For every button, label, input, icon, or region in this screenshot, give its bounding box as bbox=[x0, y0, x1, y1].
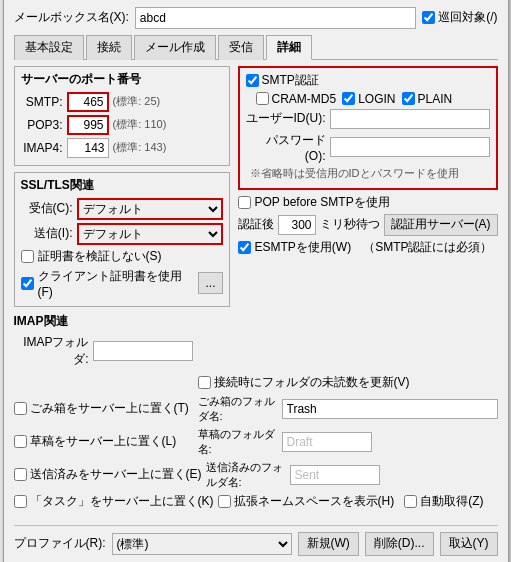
login-label[interactable]: LOGIN bbox=[342, 92, 395, 106]
imap-namespace-checkbox[interactable] bbox=[218, 495, 231, 508]
esmtp-row: ESMTPを使用(W) （SMTP認証には必須） bbox=[238, 239, 498, 256]
imap-autoget-label[interactable]: 自動取得(Z) bbox=[404, 493, 483, 510]
password-input[interactable] bbox=[330, 137, 490, 157]
imap-draft-label[interactable]: 草稿をサーバー上に置く(L) bbox=[14, 433, 194, 450]
esmtp-label: ESMTPを使用(W) （SMTP認証には必須） bbox=[255, 239, 493, 256]
profile-delete-button[interactable]: 削除(D)... bbox=[365, 532, 434, 556]
profile-row: プロファイル(R): (標準) 新規(W) 削除(D)... 取込(Y) bbox=[14, 532, 498, 556]
circuit-checkbox-label[interactable]: 巡回対象(/) bbox=[422, 9, 497, 26]
imap4-label: IMAP4: bbox=[21, 141, 63, 155]
client-cert-label: クライアント証明書を使用(F) bbox=[38, 268, 195, 299]
smtp-auth-note: ※省略時は受信用のIDとパスワードを使用 bbox=[250, 166, 490, 181]
profile-new-button[interactable]: 新規(W) bbox=[298, 532, 359, 556]
imap-namespace-label[interactable]: 拡張ネームスペースを表示(H) bbox=[218, 493, 395, 510]
profile-import-button[interactable]: 取込(Y) bbox=[440, 532, 498, 556]
ssl-send-label: 送信(I): bbox=[21, 225, 73, 242]
client-cert-checkbox[interactable] bbox=[21, 277, 34, 290]
imap-sent-label[interactable]: 送信済みをサーバー上に置く(E) bbox=[14, 466, 202, 483]
pop-before-checkbox[interactable] bbox=[238, 196, 251, 209]
ssl-receive-select[interactable]: デフォルト bbox=[77, 198, 223, 220]
smtp-auth-checkbox-label[interactable]: SMTP認証 bbox=[246, 72, 319, 89]
right-panel: SMTP認証 CRAM-MD5 LOGIN bbox=[238, 66, 498, 372]
pop-before-row: POP before SMTPを使用 bbox=[238, 194, 498, 211]
server-ports-section: サーバーのポート番号 SMTP: (標準: 25) POP3: (標準: 110… bbox=[14, 66, 230, 166]
imap-folder-input[interactable] bbox=[93, 341, 193, 361]
imap-sent-folder-input[interactable] bbox=[290, 465, 380, 485]
ssl-tls-title: SSL/TLS関連 bbox=[21, 177, 223, 194]
profile-label: プロファイル(R): bbox=[14, 535, 106, 552]
imap-draft-folder-input[interactable] bbox=[282, 432, 372, 452]
tabs: 基本設定 接続 メール作成 受信 詳細 bbox=[14, 35, 498, 60]
imap-sent-checkbox[interactable] bbox=[14, 468, 27, 481]
plain-checkbox[interactable] bbox=[402, 92, 415, 105]
auth-server-button[interactable]: 認証用サーバー(A) bbox=[384, 214, 498, 236]
smtp-port-input[interactable] bbox=[67, 92, 109, 112]
auth-delay-row: 認証後 ミリ秒待つ 認証用サーバー(A) bbox=[238, 214, 498, 236]
tab-connect[interactable]: 接続 bbox=[86, 35, 132, 60]
imap-trash-row: ごみ箱をサーバー上に置く(T) ごみ箱のフォルダ名: bbox=[14, 394, 498, 424]
imap-folder-label: IMAPフォルダ: bbox=[14, 334, 89, 368]
imap-update-checkbox[interactable] bbox=[198, 376, 211, 389]
ssl-send-select[interactable]: デフォルト bbox=[77, 223, 223, 245]
tab-detail[interactable]: 詳細 bbox=[266, 35, 312, 60]
ssl-send-row: 送信(I): デフォルト bbox=[21, 223, 223, 245]
pop3-label: POP3: bbox=[21, 118, 63, 132]
smtp-default: (標準: 25) bbox=[113, 94, 161, 109]
plain-label[interactable]: PLAIN bbox=[402, 92, 453, 106]
smtp-auth-section: SMTP認証 CRAM-MD5 LOGIN bbox=[238, 66, 498, 190]
main-dialog: [abcd]の設定 × メールボックス名(X): 巡回対象(/) 基本設定 接続… bbox=[3, 0, 509, 562]
imap-draft-row: 草稿をサーバー上に置く(L) 草稿のフォルダ名: bbox=[14, 427, 498, 457]
pop3-port-input[interactable] bbox=[67, 115, 109, 135]
imap-task-checkbox[interactable] bbox=[14, 495, 27, 508]
imap-trash-folder-input[interactable] bbox=[282, 399, 498, 419]
pop3-port-row: POP3: (標準: 110) bbox=[21, 115, 223, 135]
imap-sent-folder-label: 送信済みのフォルダ名: bbox=[206, 460, 286, 490]
imap-update-label[interactable]: 接続時にフォルダの未読数を更新(V) bbox=[198, 374, 410, 391]
left-panel: サーバーのポート番号 SMTP: (標準: 25) POP3: (標準: 110… bbox=[14, 66, 230, 372]
imap-task-label[interactable]: 「タスク」をサーバー上に置く(K) bbox=[14, 493, 214, 510]
userid-input[interactable] bbox=[330, 109, 490, 129]
tab-compose[interactable]: メール作成 bbox=[134, 35, 216, 60]
smtp-auth-checkbox[interactable] bbox=[246, 74, 259, 87]
dialog-body: メールボックス名(X): 巡回対象(/) 基本設定 接続 メール作成 受信 詳細… bbox=[4, 0, 508, 521]
auth-delay-input[interactable] bbox=[278, 215, 316, 235]
esmtp-checkbox[interactable] bbox=[238, 241, 251, 254]
server-ports-title: サーバーのポート番号 bbox=[21, 71, 223, 88]
smtp-auth-title: SMTP認証 bbox=[262, 72, 319, 89]
imap-section-title: IMAP関連 bbox=[14, 313, 230, 330]
cert-button[interactable]: ... bbox=[198, 272, 222, 294]
imap-update-row: 接続時にフォルダの未読数を更新(V) bbox=[14, 374, 498, 391]
content-area: サーバーのポート番号 SMTP: (標準: 25) POP3: (標準: 110… bbox=[14, 66, 498, 372]
auth-delay-label: 認証後 bbox=[238, 216, 274, 233]
auth-delay-unit: ミリ秒待つ bbox=[320, 216, 380, 233]
imap-task-row: 「タスク」をサーバー上に置く(K) 拡張ネームスペースを表示(H) 自動取得(Z… bbox=[14, 493, 498, 510]
ssl-receive-row: 受信(C): デフォルト bbox=[21, 198, 223, 220]
login-checkbox[interactable] bbox=[342, 92, 355, 105]
tab-receive[interactable]: 受信 bbox=[218, 35, 264, 60]
mailbox-row: メールボックス名(X): 巡回対象(/) bbox=[14, 7, 498, 29]
imap-autoget-checkbox[interactable] bbox=[404, 495, 417, 508]
tab-basic[interactable]: 基本設定 bbox=[14, 35, 84, 60]
imap-trash-checkbox[interactable] bbox=[14, 402, 27, 415]
profile-select[interactable]: (標準) bbox=[112, 533, 292, 555]
bottom-section: プロファイル(R): (標準) 新規(W) 削除(D)... 取込(Y) グロー… bbox=[4, 521, 508, 563]
imap4-default: (標準: 143) bbox=[113, 140, 167, 155]
mailbox-input[interactable] bbox=[135, 7, 416, 29]
cram-md5-checkbox[interactable] bbox=[256, 92, 269, 105]
imap4-port-row: IMAP4: (標準: 143) bbox=[21, 138, 223, 158]
imap-draft-checkbox[interactable] bbox=[14, 435, 27, 448]
circuit-checkbox[interactable] bbox=[422, 11, 435, 24]
imap-folder-row: IMAPフォルダ: bbox=[14, 334, 230, 368]
cram-md5-label[interactable]: CRAM-MD5 bbox=[256, 92, 337, 106]
smtp-auth-header: SMTP認証 bbox=[246, 72, 490, 89]
mailbox-label: メールボックス名(X): bbox=[14, 9, 129, 26]
imap4-port-input[interactable] bbox=[67, 138, 109, 158]
imap-trash-label[interactable]: ごみ箱をサーバー上に置く(T) bbox=[14, 400, 194, 417]
userid-label: ユーザーID(U): bbox=[246, 110, 326, 127]
divider bbox=[14, 525, 498, 526]
imap-section: IMAPフォルダ: bbox=[14, 334, 230, 368]
imap-full-section: 接続時にフォルダの未読数を更新(V) ごみ箱をサーバー上に置く(T) ごみ箱のフ… bbox=[14, 374, 498, 510]
circuit-label: 巡回対象(/) bbox=[438, 9, 497, 26]
pop-before-label: POP before SMTPを使用 bbox=[255, 194, 390, 211]
cert-check-checkbox[interactable] bbox=[21, 250, 34, 263]
